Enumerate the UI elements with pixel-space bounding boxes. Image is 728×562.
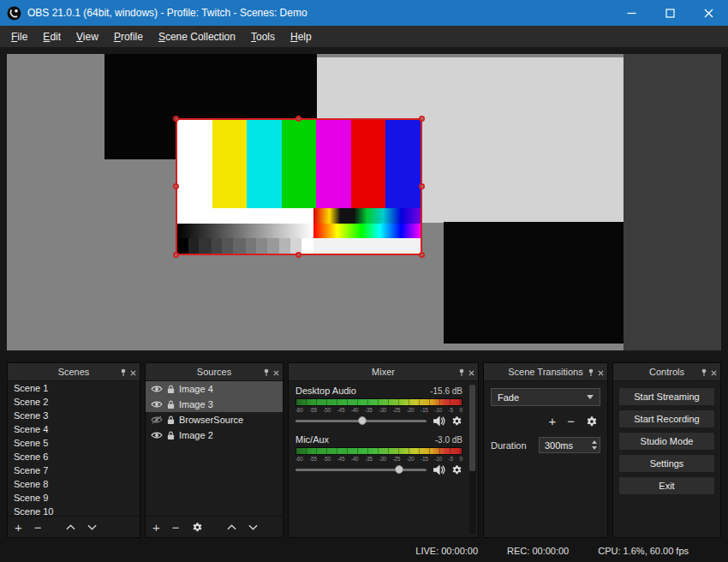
selected-source-colorbars[interactable] xyxy=(176,118,422,255)
source-list-item[interactable]: BrowserSource xyxy=(146,412,283,427)
visibility-eye-icon[interactable] xyxy=(151,431,163,439)
speaker-icon[interactable] xyxy=(433,416,445,427)
window-title: OBS 21.0.1 (64bit, windows) - Profile: T… xyxy=(27,7,307,19)
menu-item[interactable]: Scene Collection xyxy=(151,28,243,45)
menu-item[interactable]: File xyxy=(3,28,35,45)
controls-panel-header[interactable]: Controls xyxy=(613,363,720,381)
close-panel-icon[interactable] xyxy=(468,364,474,380)
duration-spinner[interactable]: 300ms xyxy=(539,437,600,453)
lock-icon[interactable] xyxy=(167,400,175,410)
mixer-scrollbar[interactable] xyxy=(469,385,475,534)
visibility-eye-icon[interactable] xyxy=(151,385,163,393)
rec-time: REC: 00:00:00 xyxy=(507,546,569,556)
panel-title: Mixer xyxy=(289,367,478,377)
menu-item[interactable]: Tools xyxy=(243,28,283,45)
control-button[interactable]: Start Recording xyxy=(618,410,715,428)
pin-icon[interactable] xyxy=(701,364,707,380)
source-list-item[interactable]: Image 4 xyxy=(146,381,283,397)
spinner-down-icon[interactable] xyxy=(592,446,597,450)
close-panel-icon[interactable] xyxy=(273,364,279,380)
transition-select[interactable]: Fade xyxy=(491,388,600,406)
selection-handle[interactable] xyxy=(419,183,425,189)
maximize-button[interactable] xyxy=(651,0,689,26)
channel-name: Mic/Aux xyxy=(295,434,329,445)
scene-list-item[interactable]: Scene 2 xyxy=(8,395,140,409)
volume-slider[interactable] xyxy=(295,420,427,422)
visibility-eye-icon[interactable] xyxy=(151,400,163,409)
scene-list-item[interactable]: Scene 9 xyxy=(8,491,140,505)
scene-list-item[interactable]: Scene 5 xyxy=(8,436,140,450)
menu-item[interactable]: View xyxy=(69,28,106,45)
selection-handle[interactable] xyxy=(295,116,301,122)
menu-item[interactable]: Edit xyxy=(35,28,69,45)
gear-icon[interactable] xyxy=(451,464,462,475)
lock-icon[interactable] xyxy=(167,431,175,440)
selection-handle[interactable] xyxy=(419,116,425,122)
volume-slider[interactable] xyxy=(295,469,427,471)
mixer-channel-mic-aux: Mic/Aux -3.0 dB -60-55-50-45-40-35-30-25… xyxy=(295,434,462,475)
scene-list-item[interactable]: Scene 6 xyxy=(8,450,140,463)
source-list-item[interactable]: Image 2 xyxy=(146,427,283,443)
pin-icon[interactable] xyxy=(458,364,465,380)
lock-icon[interactable] xyxy=(167,416,175,425)
lock-icon[interactable] xyxy=(167,385,175,394)
close-panel-icon[interactable] xyxy=(130,364,136,380)
selection-handle[interactable] xyxy=(173,183,179,189)
close-panel-icon[interactable] xyxy=(711,364,717,380)
menu-item[interactable]: Profile xyxy=(106,28,151,45)
scene-list-item[interactable]: Scene 1 xyxy=(8,381,140,395)
duration-value: 300ms xyxy=(545,440,573,451)
gear-icon[interactable] xyxy=(451,416,462,427)
channel-level: -15.6 dB xyxy=(430,386,462,396)
selection-handle[interactable] xyxy=(173,252,179,258)
volume-slider-handle[interactable] xyxy=(395,465,403,474)
add-source-button[interactable]: + xyxy=(152,521,160,534)
spinner-up-icon[interactable] xyxy=(592,440,597,444)
close-panel-icon[interactable] xyxy=(598,364,604,380)
obs-logo-icon[interactable] xyxy=(7,6,21,21)
transitions-toolbar: + − xyxy=(491,415,600,427)
add-scene-button[interactable]: + xyxy=(15,521,22,534)
add-transition-button[interactable]: + xyxy=(548,415,556,427)
sources-panel-header[interactable]: Sources xyxy=(146,363,283,381)
scene-list-item[interactable]: Scene 7 xyxy=(8,463,140,477)
color-bar xyxy=(351,120,386,208)
pin-icon[interactable] xyxy=(588,364,594,380)
move-source-down-button[interactable] xyxy=(248,524,258,530)
scene-list-item[interactable]: Scene 10 xyxy=(8,505,140,516)
source-properties-gear-icon[interactable] xyxy=(192,522,203,533)
mixer-panel-header[interactable]: Mixer xyxy=(289,363,478,381)
remove-source-button[interactable]: − xyxy=(172,521,180,534)
close-button[interactable] xyxy=(689,0,728,26)
scrollbar-thumb[interactable] xyxy=(469,385,475,471)
scenes-panel-header[interactable]: Scenes xyxy=(8,363,140,381)
control-button[interactable]: Exit xyxy=(618,476,715,495)
move-source-up-button[interactable] xyxy=(227,524,236,530)
visibility-eye-icon[interactable] xyxy=(151,416,163,424)
control-button[interactable]: Start Streaming xyxy=(618,387,715,406)
pin-icon[interactable] xyxy=(263,364,270,380)
selection-handle[interactable] xyxy=(173,116,179,122)
move-scene-up-button[interactable] xyxy=(66,524,75,530)
remove-transition-button[interactable]: − xyxy=(567,415,575,427)
minimize-button[interactable] xyxy=(612,0,651,26)
source-list-item[interactable]: Image 3 xyxy=(146,397,283,412)
remove-scene-button[interactable]: − xyxy=(34,521,42,534)
scene-list-item[interactable]: Scene 8 xyxy=(8,477,140,491)
control-button[interactable]: Settings xyxy=(618,454,715,473)
speaker-icon[interactable] xyxy=(433,464,445,475)
menu-item[interactable]: Help xyxy=(283,28,319,45)
scene-canvas[interactable] xyxy=(7,54,721,350)
selection-handle[interactable] xyxy=(419,252,425,258)
selection-handle[interactable] xyxy=(295,252,301,258)
scene-list-item[interactable]: Scene 4 xyxy=(8,422,140,436)
scene-black-rect-bottomright[interactable] xyxy=(444,222,624,344)
move-scene-down-button[interactable] xyxy=(87,524,97,530)
scene-list-item[interactable]: Scene 3 xyxy=(8,409,140,422)
pin-icon[interactable] xyxy=(120,364,127,380)
color-bar xyxy=(385,120,421,208)
volume-slider-handle[interactable] xyxy=(358,416,367,425)
transitions-panel-header[interactable]: Scene Transitions xyxy=(484,363,607,381)
transition-properties-gear-icon[interactable] xyxy=(586,416,598,427)
control-button[interactable]: Studio Mode xyxy=(618,432,715,451)
